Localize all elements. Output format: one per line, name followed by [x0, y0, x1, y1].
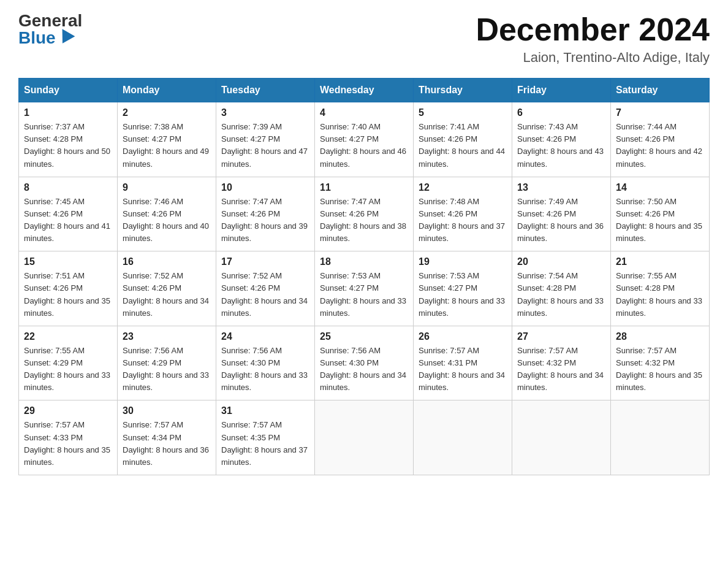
- calendar-cell: 1Sunrise: 7:37 AMSunset: 4:28 PMDaylight…: [19, 102, 118, 177]
- calendar-week-5: 29Sunrise: 7:57 AMSunset: 4:33 PMDayligh…: [19, 400, 710, 475]
- day-detail: Sunrise: 7:56 AMSunset: 4:30 PMDaylight:…: [221, 345, 309, 394]
- weekday-header-tuesday: Tuesday: [216, 79, 315, 102]
- calendar-cell: 22Sunrise: 7:55 AMSunset: 4:29 PMDayligh…: [19, 326, 118, 400]
- day-detail: Sunrise: 7:54 AMSunset: 4:28 PMDaylight:…: [517, 270, 605, 320]
- day-detail: Sunrise: 7:57 AMSunset: 4:35 PMDaylight:…: [221, 419, 309, 469]
- calendar-cell: 14Sunrise: 7:50 AMSunset: 4:26 PMDayligh…: [611, 177, 710, 251]
- calendar-cell: 7Sunrise: 7:44 AMSunset: 4:26 PMDaylight…: [611, 102, 710, 177]
- day-detail: Sunrise: 7:57 AMSunset: 4:31 PMDaylight:…: [419, 345, 507, 394]
- day-detail: Sunrise: 7:43 AMSunset: 4:26 PMDaylight:…: [517, 121, 605, 170]
- day-detail: Sunrise: 7:53 AMSunset: 4:27 PMDaylight:…: [320, 270, 408, 320]
- calendar-cell: [611, 400, 710, 475]
- calendar-week-2: 8Sunrise: 7:45 AMSunset: 4:26 PMDaylight…: [19, 177, 710, 251]
- day-detail: Sunrise: 7:45 AMSunset: 4:26 PMDaylight:…: [24, 196, 112, 245]
- logo-triangle-icon: [56, 29, 75, 47]
- calendar-cell: 23Sunrise: 7:56 AMSunset: 4:29 PMDayligh…: [118, 326, 216, 400]
- calendar-cell: 21Sunrise: 7:55 AMSunset: 4:28 PMDayligh…: [611, 251, 710, 326]
- day-number: 7: [616, 107, 704, 118]
- logo-blue-text: Blue: [18, 29, 73, 47]
- calendar-cell: 24Sunrise: 7:56 AMSunset: 4:30 PMDayligh…: [216, 326, 315, 400]
- day-detail: Sunrise: 7:52 AMSunset: 4:26 PMDaylight:…: [221, 270, 309, 320]
- day-number: 13: [517, 182, 605, 193]
- day-number: 10: [221, 182, 309, 193]
- day-detail: Sunrise: 7:39 AMSunset: 4:27 PMDaylight:…: [221, 121, 309, 170]
- calendar-cell: 12Sunrise: 7:48 AMSunset: 4:26 PMDayligh…: [414, 177, 512, 251]
- weekday-header-thursday: Thursday: [414, 79, 512, 102]
- day-detail: Sunrise: 7:50 AMSunset: 4:26 PMDaylight:…: [616, 196, 704, 245]
- calendar-cell: [414, 400, 512, 475]
- day-detail: Sunrise: 7:57 AMSunset: 4:32 PMDaylight:…: [517, 345, 605, 394]
- calendar-cell: 27Sunrise: 7:57 AMSunset: 4:32 PMDayligh…: [512, 326, 611, 400]
- calendar-cell: 18Sunrise: 7:53 AMSunset: 4:27 PMDayligh…: [315, 251, 414, 326]
- calendar-week-4: 22Sunrise: 7:55 AMSunset: 4:29 PMDayligh…: [19, 326, 710, 400]
- day-detail: Sunrise: 7:44 AMSunset: 4:26 PMDaylight:…: [616, 121, 704, 170]
- weekday-header-row: SundayMondayTuesdayWednesdayThursdayFrid…: [19, 79, 710, 102]
- calendar-cell: 29Sunrise: 7:57 AMSunset: 4:33 PMDayligh…: [19, 400, 118, 475]
- day-number: 25: [320, 331, 408, 342]
- day-number: 26: [419, 331, 507, 342]
- day-detail: Sunrise: 7:55 AMSunset: 4:28 PMDaylight:…: [616, 270, 704, 320]
- day-number: 3: [221, 107, 309, 118]
- day-number: 21: [616, 256, 704, 267]
- day-number: 16: [123, 256, 211, 267]
- calendar-cell: 9Sunrise: 7:46 AMSunset: 4:26 PMDaylight…: [118, 177, 216, 251]
- day-detail: Sunrise: 7:47 AMSunset: 4:26 PMDaylight:…: [320, 196, 408, 245]
- calendar-cell: 20Sunrise: 7:54 AMSunset: 4:28 PMDayligh…: [512, 251, 611, 326]
- day-detail: Sunrise: 7:41 AMSunset: 4:26 PMDaylight:…: [419, 121, 507, 170]
- weekday-header-saturday: Saturday: [611, 79, 710, 102]
- weekday-header-monday: Monday: [118, 79, 216, 102]
- weekday-header-sunday: Sunday: [19, 79, 118, 102]
- day-detail: Sunrise: 7:46 AMSunset: 4:26 PMDaylight:…: [123, 196, 211, 245]
- calendar-cell: [315, 400, 414, 475]
- logo-general-text: General: [18, 12, 82, 29]
- calendar-cell: 13Sunrise: 7:49 AMSunset: 4:26 PMDayligh…: [512, 177, 611, 251]
- day-number: 9: [123, 182, 211, 193]
- day-number: 22: [24, 331, 112, 342]
- calendar-cell: 4Sunrise: 7:40 AMSunset: 4:27 PMDaylight…: [315, 102, 414, 177]
- day-number: 20: [517, 256, 605, 267]
- day-number: 28: [616, 331, 704, 342]
- page-header: General Blue December 2024 Laion, Trenti…: [18, 12, 710, 66]
- day-number: 17: [221, 256, 309, 267]
- calendar-table: SundayMondayTuesdayWednesdayThursdayFrid…: [18, 78, 710, 475]
- calendar-cell: 2Sunrise: 7:38 AMSunset: 4:27 PMDaylight…: [118, 102, 216, 177]
- day-number: 6: [517, 107, 605, 118]
- calendar-cell: 19Sunrise: 7:53 AMSunset: 4:27 PMDayligh…: [414, 251, 512, 326]
- calendar-cell: 5Sunrise: 7:41 AMSunset: 4:26 PMDaylight…: [414, 102, 512, 177]
- day-detail: Sunrise: 7:57 AMSunset: 4:32 PMDaylight:…: [616, 345, 704, 394]
- day-detail: Sunrise: 7:57 AMSunset: 4:33 PMDaylight:…: [24, 419, 112, 469]
- day-detail: Sunrise: 7:49 AMSunset: 4:26 PMDaylight:…: [517, 196, 605, 245]
- day-number: 15: [24, 256, 112, 267]
- calendar-cell: 26Sunrise: 7:57 AMSunset: 4:31 PMDayligh…: [414, 326, 512, 400]
- day-number: 29: [24, 405, 112, 416]
- calendar-cell: [512, 400, 611, 475]
- day-number: 5: [419, 107, 507, 118]
- calendar-week-3: 15Sunrise: 7:51 AMSunset: 4:26 PMDayligh…: [19, 251, 710, 326]
- day-number: 31: [221, 405, 309, 416]
- calendar-subtitle: Laion, Trentino-Alto Adige, Italy: [476, 50, 710, 66]
- day-detail: Sunrise: 7:48 AMSunset: 4:26 PMDaylight:…: [419, 196, 507, 245]
- calendar-cell: 6Sunrise: 7:43 AMSunset: 4:26 PMDaylight…: [512, 102, 611, 177]
- day-number: 23: [123, 331, 211, 342]
- day-number: 27: [517, 331, 605, 342]
- day-detail: Sunrise: 7:57 AMSunset: 4:34 PMDaylight:…: [123, 419, 211, 469]
- day-detail: Sunrise: 7:56 AMSunset: 4:29 PMDaylight:…: [123, 345, 211, 394]
- day-detail: Sunrise: 7:51 AMSunset: 4:26 PMDaylight:…: [24, 270, 112, 320]
- calendar-cell: 16Sunrise: 7:52 AMSunset: 4:26 PMDayligh…: [118, 251, 216, 326]
- calendar-cell: 3Sunrise: 7:39 AMSunset: 4:27 PMDaylight…: [216, 102, 315, 177]
- day-detail: Sunrise: 7:47 AMSunset: 4:26 PMDaylight:…: [221, 196, 309, 245]
- day-detail: Sunrise: 7:53 AMSunset: 4:27 PMDaylight:…: [419, 270, 507, 320]
- day-number: 19: [419, 256, 507, 267]
- day-detail: Sunrise: 7:37 AMSunset: 4:28 PMDaylight:…: [24, 121, 112, 170]
- day-number: 24: [221, 331, 309, 342]
- day-number: 30: [123, 405, 211, 416]
- calendar-cell: 28Sunrise: 7:57 AMSunset: 4:32 PMDayligh…: [611, 326, 710, 400]
- calendar-cell: 31Sunrise: 7:57 AMSunset: 4:35 PMDayligh…: [216, 400, 315, 475]
- day-number: 4: [320, 107, 408, 118]
- day-number: 12: [419, 182, 507, 193]
- calendar-cell: 25Sunrise: 7:56 AMSunset: 4:30 PMDayligh…: [315, 326, 414, 400]
- day-detail: Sunrise: 7:38 AMSunset: 4:27 PMDaylight:…: [123, 121, 211, 170]
- calendar-cell: 15Sunrise: 7:51 AMSunset: 4:26 PMDayligh…: [19, 251, 118, 326]
- day-number: 2: [123, 107, 211, 118]
- calendar-cell: 8Sunrise: 7:45 AMSunset: 4:26 PMDaylight…: [19, 177, 118, 251]
